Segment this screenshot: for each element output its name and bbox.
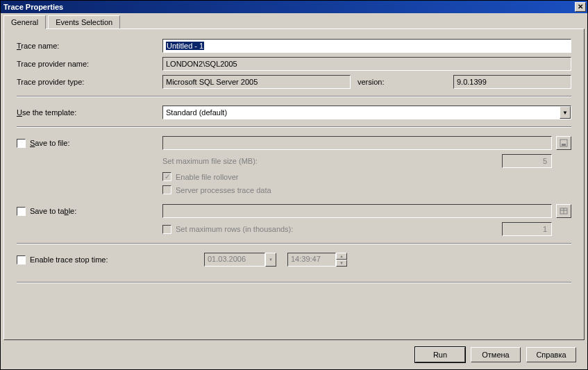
tab-strip: General Events Selection bbox=[3, 15, 585, 28]
provider-type-field: Microsoft SQL Server 2005 bbox=[162, 75, 351, 89]
help-button-label: Справка bbox=[536, 351, 566, 359]
chevron-down-icon[interactable]: ▼ bbox=[560, 106, 571, 119]
label-version: version: bbox=[358, 78, 396, 86]
save-to-table-option[interactable]: Save to table: bbox=[17, 207, 162, 216]
server-processes-label: Server processes trace data bbox=[176, 186, 271, 194]
save-to-file-label: Save to file: bbox=[30, 139, 69, 147]
provider-type-value: Microsoft SQL Server 2005 bbox=[166, 78, 258, 86]
separator bbox=[17, 126, 571, 128]
save-to-file-checkbox[interactable] bbox=[17, 139, 26, 148]
save-icon bbox=[560, 139, 568, 147]
stop-date-picker: 01.03.2006 ▼ bbox=[204, 253, 276, 267]
provider-name-value: LONDON2\SQL2005 bbox=[166, 60, 237, 68]
max-rows-field: 1 bbox=[502, 222, 552, 236]
template-value: Standard (default) bbox=[166, 108, 227, 117]
separator bbox=[17, 96, 571, 97]
client-area: General Events Selection Trace name: Unt… bbox=[3, 15, 585, 367]
version-value: 9.0.1399 bbox=[457, 78, 487, 86]
file-rollover-checkbox bbox=[162, 172, 171, 181]
stop-time-picker: 14:39:47 ▲ ▼ bbox=[287, 253, 347, 267]
label-max-filesize: Set maximum file size (MB): bbox=[162, 157, 495, 165]
cancel-button-label: Отмена bbox=[482, 351, 509, 359]
file-rollover-label: Enable file rollover bbox=[176, 173, 239, 181]
chevron-down-icon: ▼ bbox=[336, 260, 347, 267]
close-button[interactable]: ✕ bbox=[575, 2, 586, 12]
enable-stop-time-option[interactable]: Enable trace stop time: bbox=[17, 255, 162, 264]
tab-general-label: General bbox=[11, 18, 38, 26]
cancel-button[interactable]: Отмена bbox=[471, 347, 521, 362]
label-provider-type: Trace provider type: bbox=[17, 78, 162, 86]
button-bar: Run Отмена Справка bbox=[415, 347, 576, 362]
run-button-label: Run bbox=[433, 351, 447, 359]
separator bbox=[17, 243, 571, 244]
tab-panel-general: Trace name: Untitled - 1 Trace provider … bbox=[3, 28, 585, 340]
tab-general[interactable]: General bbox=[3, 15, 46, 29]
max-filesize-field: 5 bbox=[502, 154, 552, 168]
tab-events-label: Events Selection bbox=[56, 18, 112, 26]
provider-name-field: LONDON2\SQL2005 bbox=[162, 57, 571, 71]
save-to-table-checkbox[interactable] bbox=[17, 207, 26, 216]
file-path-field bbox=[162, 136, 552, 150]
table-path-field bbox=[162, 204, 552, 218]
table-icon bbox=[560, 207, 568, 215]
enable-stop-time-label: Enable trace stop time: bbox=[30, 255, 108, 264]
version-field: 9.0.1399 bbox=[453, 75, 571, 89]
window-title: Trace Properties bbox=[3, 1, 63, 13]
tab-events-selection[interactable]: Events Selection bbox=[48, 15, 120, 28]
chevron-up-icon: ▲ bbox=[336, 253, 347, 260]
stop-date-value: 01.03.2006 bbox=[204, 253, 265, 267]
svg-rect-1 bbox=[562, 144, 566, 146]
dialog-window: Trace Properties ✕ General Events Select… bbox=[0, 0, 588, 370]
label-trace-name: Trace name: bbox=[17, 42, 162, 50]
save-to-table-label: Save to table: bbox=[30, 207, 76, 215]
stop-time-value: 14:39:47 bbox=[287, 253, 336, 267]
separator bbox=[17, 282, 571, 283]
title-bar[interactable]: Trace Properties ✕ bbox=[1, 1, 587, 13]
trace-name-value: Untitled - 1 bbox=[166, 42, 204, 50]
browse-file-button[interactable] bbox=[556, 136, 571, 150]
max-rows-label: Set maximum rows (in thousands): bbox=[176, 225, 293, 233]
save-to-file-option[interactable]: Save to file: bbox=[17, 139, 162, 148]
help-button[interactable]: Справка bbox=[526, 347, 576, 362]
label-use-template: Use the template: bbox=[17, 108, 162, 117]
trace-name-input[interactable]: Untitled - 1 bbox=[162, 39, 571, 53]
label-provider-name: Trace provider name: bbox=[17, 60, 162, 68]
run-button[interactable]: Run bbox=[415, 347, 465, 362]
server-processes-checkbox bbox=[162, 185, 171, 194]
max-rows-checkbox bbox=[162, 225, 171, 234]
enable-stop-time-checkbox[interactable] bbox=[17, 255, 26, 264]
template-combobox[interactable]: Standard (default) ▼ bbox=[162, 106, 571, 119]
chevron-down-icon: ▼ bbox=[265, 253, 276, 267]
browse-table-button[interactable] bbox=[556, 204, 571, 218]
